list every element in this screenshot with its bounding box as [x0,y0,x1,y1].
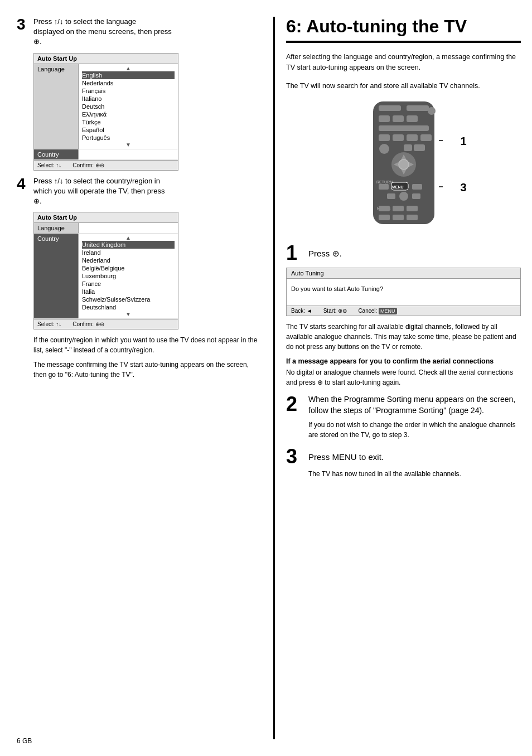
intro1: After selecting the language and country… [286,52,521,73]
svg-rect-34 [393,215,404,220]
right-step3-number: 3 [286,447,304,467]
step3-header: 3 Press ↑/↓ to select the language displ… [17,17,262,47]
country-it: Italia [82,288,175,295]
scroll-down-1: ▼ [82,142,175,148]
at-question: Do you want to start Auto Tuning? [291,285,516,292]
lang-fr: Français [82,87,175,95]
lang-tr: Türkçe [82,118,175,126]
right-step2-number: 2 [286,394,304,414]
right-step2-header: 2 When the Programme Sorting menu appear… [286,394,521,416]
menu2-language-row: Language [34,223,178,234]
svg-rect-14 [414,144,425,151]
country-uk: United Kingdom [82,241,175,249]
scroll-up-1: ▲ [82,65,175,71]
country-lu: Luxembourg [82,272,175,280]
scroll-down-2: ▼ [82,311,175,317]
menu2-language-content [79,223,178,233]
country-ie: Ireland [82,249,175,256]
menu1-confirm: Confirm: ⊕⊖ [72,162,104,168]
intro2: The TV will now search for and store all… [286,81,521,91]
step3-number: 3 [17,17,28,32]
svg-rect-30 [379,206,390,211]
lang-es: Español [82,126,175,134]
svg-rect-2 [407,105,429,111]
svg-rect-1 [379,105,401,111]
svg-rect-4 [379,115,390,122]
svg-rect-35 [407,215,418,220]
svg-text:MENU: MENU [392,185,404,189]
svg-rect-33 [379,215,390,220]
menu1-footer: Select: ↑↓ Confirm: ⊕⊖ [34,160,178,170]
step3-text: Press ↑/↓ to select the language display… [33,17,172,47]
svg-rect-8 [379,134,390,141]
aerial-heading: If a message appears for you to confirm … [286,357,521,365]
svg-rect-25 [412,184,422,190]
svg-rect-32 [407,206,418,211]
lang-pt: Português [82,134,175,142]
right-step1-number: 1 [286,243,304,263]
language-menu: Auto Start Up Language ▲ English Nederla… [33,53,178,171]
menu2-footer: Select: ↑↓ Confirm: ⊕⊖ [34,319,178,329]
at-title: Auto Tuning [287,268,520,279]
svg-rect-11 [420,134,432,141]
menu1-title: Auto Start Up [34,54,178,64]
at-start: Start: ⊕⊖ [323,308,347,314]
country-menu: Auto Start Up Language Country ▲ United … [33,212,178,329]
step4-number: 4 [17,176,28,192]
info-text-1: If the country/region in which you want … [33,335,262,355]
remote-svg: RETURN MENU NALOG [356,99,451,232]
step4-header: 4 Press ↑/↓ to select the country/region… [17,176,262,207]
body-text-1: The TV starts searching for all availabl… [286,322,521,352]
svg-rect-6 [407,115,418,122]
menu1-language-label: Language [34,64,79,149]
menu1-country-row: Country [34,149,178,160]
remote-label-3: 3 [460,181,466,194]
lang-english: English [82,71,175,79]
at-footer: Back: ◄ Start: ⊕⊖ Cancel: MENU [287,306,520,316]
menu2-language-label: Language [34,223,79,233]
cancel-menu-badge: MENU [379,308,397,314]
at-cancel: Cancel: MENU [358,308,396,314]
right-step2-text: When the Programme Sorting menu appears … [308,394,521,416]
menu2-country-label: Country [34,234,79,318]
scroll-up-2: ▲ [82,235,175,241]
svg-rect-7 [379,125,429,131]
lang-nl: Nederlands [82,79,175,87]
svg-rect-9 [393,134,404,141]
svg-rect-31 [393,206,404,211]
right-step1-header: 1 Press ⊕. [286,243,521,263]
body-text-2: No digital or analogue channels were fou… [286,367,521,387]
country-nl: Nederland [82,256,175,264]
step3-sub: The TV has now tuned in all the availabl… [308,469,521,479]
menu1-country-label: Country [34,149,79,159]
right-step1-text: Press ⊕. [308,243,342,259]
lang-de: Deutsch [82,103,175,110]
remote-label-1: 1 [460,135,466,148]
svg-text:RETURN: RETURN [376,180,393,184]
at-back: Back: ◄ [291,308,312,314]
svg-rect-10 [407,134,418,141]
menu2-select: Select: ↑↓ [37,321,61,327]
info-text-2: The message confirming the TV start auto… [33,360,262,380]
menu1-country-content [79,149,178,159]
svg-rect-28 [412,193,420,199]
at-body: Do you want to start Auto Tuning? [287,279,520,306]
country-fr: France [82,280,175,288]
lang-it: Italiano [82,95,175,103]
menu1-language-row: Language ▲ English Nederlands Français I… [34,64,178,149]
menu2-content: ▲ United Kingdom Ireland Nederland Belgi… [79,234,178,318]
svg-point-12 [379,144,389,154]
step2-sub: If you do not wish to change the order i… [308,420,521,440]
menu1-select: Select: ↑↓ [37,162,61,168]
auto-tune-dialog: Auto Tuning Do you want to start Auto Tu… [286,268,521,316]
svg-point-20 [399,159,409,169]
right-column: 6: Auto-tuning the TV After selecting th… [273,17,521,739]
menu2-confirm: Confirm: ⊕⊖ [72,321,104,327]
svg-rect-26 [387,193,395,199]
chapter-title: 6: Auto-tuning the TV [286,17,521,43]
page-footer: 6 GB [17,737,32,745]
remote-illustration: RETURN MENU NALOG [286,99,521,234]
step4-text: Press ↑/↓ to select the country/region i… [33,176,165,207]
country-ch: Schweiz/Suisse/Svizzera [82,295,175,303]
svg-point-27 [399,192,408,201]
